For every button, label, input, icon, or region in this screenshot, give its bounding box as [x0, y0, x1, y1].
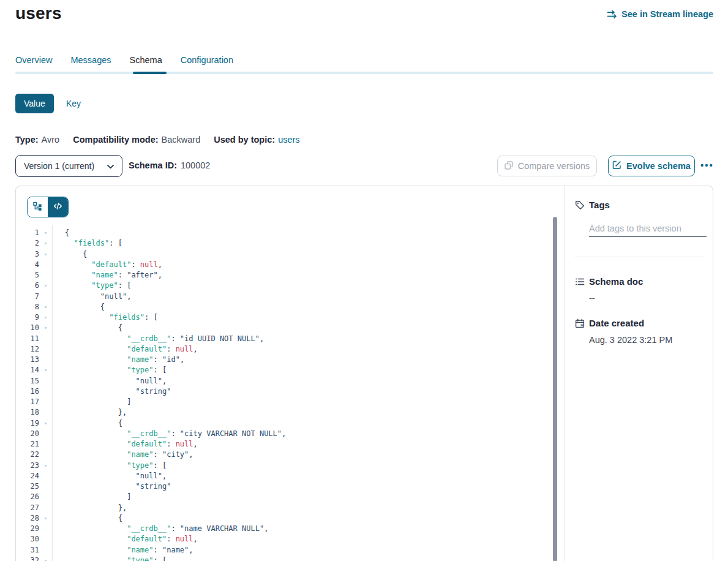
code-view-icon [53, 202, 62, 212]
tab-bar: Overview Messages Schema Configuration [15, 55, 233, 69]
line-number: 27 [16, 503, 39, 513]
line-number: 19 [16, 418, 39, 429]
code-text: "default": null, [52, 534, 198, 544]
fold-toggle-icon[interactable]: ▾ [39, 418, 52, 429]
fold-toggle-icon[interactable]: ▾ [39, 228, 52, 238]
line-number: 32 [16, 555, 39, 561]
code-line: 29 "__crdb__": "name VARCHAR NULL", [16, 524, 560, 534]
code-line: 27 }, [16, 503, 560, 513]
line-number: 1 [16, 228, 39, 238]
code-line: 12 "default": null, [16, 344, 560, 355]
line-number: 13 [16, 355, 39, 365]
schema-id-label: Schema ID: [129, 160, 177, 170]
code-text: "__crdb__": "name VARCHAR NULL", [52, 524, 268, 534]
tab-overview[interactable]: Overview [15, 55, 52, 69]
used-by-topic-field: Used by topic:users [214, 135, 299, 145]
line-number: 2 [16, 238, 39, 249]
schema-doc-heading: Schema doc [589, 276, 643, 287]
tab-schema[interactable]: Schema [130, 55, 162, 69]
fold-toggle-icon[interactable]: ▾ [39, 461, 52, 471]
schema-detail-panel: 1▾{2▾ "fields": [3▾ {4 "default": null,5… [15, 186, 713, 561]
fold-spacer [39, 270, 52, 280]
fold-toggle-icon[interactable]: ▾ [39, 302, 52, 312]
code-line: 32▾ "type": [ [16, 555, 560, 561]
line-number: 6 [16, 280, 39, 291]
tab-messages[interactable]: Messages [70, 55, 111, 69]
stream-lineage-link[interactable]: See in Stream lineage [607, 9, 713, 19]
code-text: "__crdb__": "city VARCHAR NOT NULL", [52, 429, 286, 439]
type-field: Type:Avro [15, 135, 59, 145]
fold-toggle-icon[interactable]: ▾ [39, 323, 52, 333]
date-created-section-header: Date created [575, 318, 644, 328]
line-number: 20 [16, 429, 39, 439]
version-select[interactable]: Version 1 (current) [15, 155, 122, 177]
line-number: 21 [16, 439, 39, 450]
fold-spacer [39, 334, 52, 344]
section-divider [574, 257, 705, 257]
fold-toggle-icon[interactable]: ▾ [39, 312, 52, 323]
code-line: 19▾ { [16, 418, 560, 429]
code-line: 24 "null", [16, 471, 560, 481]
fold-toggle-icon[interactable]: ▾ [39, 513, 52, 524]
fold-spacer [39, 344, 52, 355]
tags-heading: Tags [589, 200, 610, 210]
line-number: 28 [16, 513, 39, 524]
code-view-button[interactable] [48, 197, 68, 217]
version-select-value: Version 1 (current) [24, 161, 94, 171]
tree-view-button[interactable] [28, 197, 48, 217]
editor-vertical-scrollbar[interactable] [553, 217, 557, 561]
code-line: 30 "default": null, [16, 534, 560, 544]
line-number: 30 [16, 534, 39, 544]
code-line: 5 "name": "after", [16, 270, 560, 280]
code-line: 23▾ "type": [ [16, 461, 560, 471]
code-line: 9▾ "fields": [ [16, 312, 560, 323]
code-line: 1▾{ [16, 228, 560, 238]
code-line: 6▾ "type": [ [16, 280, 560, 291]
fold-toggle-icon[interactable]: ▾ [39, 238, 52, 249]
stream-lineage-label: See in Stream lineage [621, 9, 713, 19]
code-text: "default": null, [52, 344, 198, 355]
fold-toggle-icon[interactable]: ▾ [39, 555, 52, 561]
page-title: users [15, 4, 62, 23]
compatibility-value: Backward [162, 135, 201, 145]
evolve-schema-button[interactable]: Evolve schema [608, 156, 695, 176]
line-number: 16 [16, 386, 39, 397]
evolve-schema-icon [612, 160, 621, 171]
fold-spacer [39, 429, 52, 439]
code-line: 4 "default": null, [16, 260, 560, 270]
fold-toggle-icon[interactable]: ▾ [39, 280, 52, 291]
code-text: "null", [52, 376, 167, 386]
code-text: "default": null, [52, 439, 198, 450]
fold-spacer [39, 292, 52, 302]
compatibility-label: Compatibility mode: [73, 135, 158, 145]
more-options-button[interactable]: ••• [700, 154, 714, 175]
schema-meta-row: Type:Avro Compatibility mode:Backward Us… [15, 135, 300, 145]
active-tab-indicator [133, 72, 167, 74]
type-label: Type: [15, 135, 39, 145]
code-text: "name": "after", [52, 270, 162, 280]
topic-link[interactable]: users [278, 135, 299, 145]
fold-toggle-icon[interactable]: ▾ [39, 365, 52, 375]
add-tags-input[interactable] [589, 220, 707, 237]
tab-underline-track [15, 72, 713, 74]
code-text: "__crdb__": "id UUID NOT NULL", [52, 334, 264, 344]
fold-spacer [39, 545, 52, 555]
value-toggle-button[interactable]: Value [15, 94, 54, 113]
code-line: 2▾ "fields": [ [16, 238, 560, 249]
used-by-topic-label: Used by topic: [214, 135, 275, 145]
code-line: 31 "name": "name", [16, 545, 560, 555]
fold-spacer [39, 471, 52, 481]
code-text: ] [52, 492, 131, 502]
code-text: { [52, 323, 122, 333]
code-line: 18 }, [16, 407, 560, 418]
code-line: 17 ] [16, 397, 560, 407]
tab-configuration[interactable]: Configuration [181, 55, 233, 69]
key-toggle-button[interactable]: Key [61, 94, 86, 113]
fold-spacer [39, 397, 52, 407]
line-number: 14 [16, 365, 39, 375]
compare-versions-label: Compare versions [518, 161, 590, 171]
stream-lineage-icon [607, 10, 617, 19]
compare-versions-button[interactable]: Compare versions [497, 156, 597, 176]
code-line: 16 "string" [16, 386, 560, 397]
fold-toggle-icon[interactable]: ▾ [39, 249, 52, 260]
